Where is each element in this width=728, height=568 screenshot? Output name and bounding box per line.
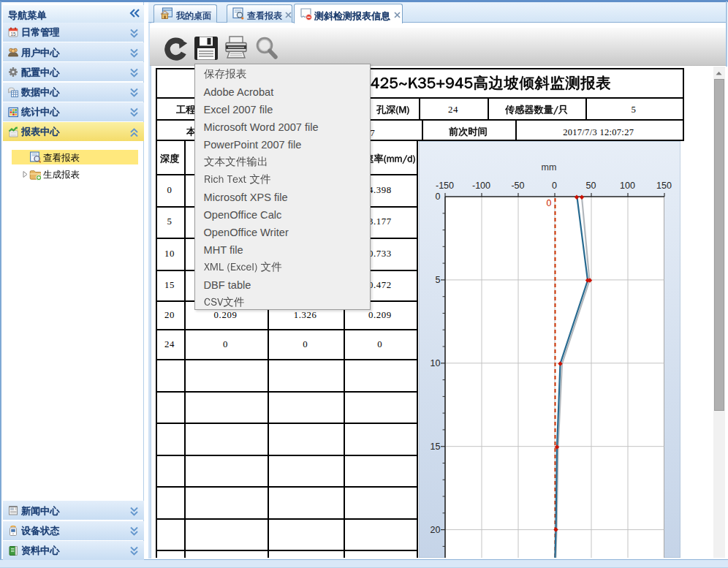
svg-text:15: 15 [10,31,16,37]
